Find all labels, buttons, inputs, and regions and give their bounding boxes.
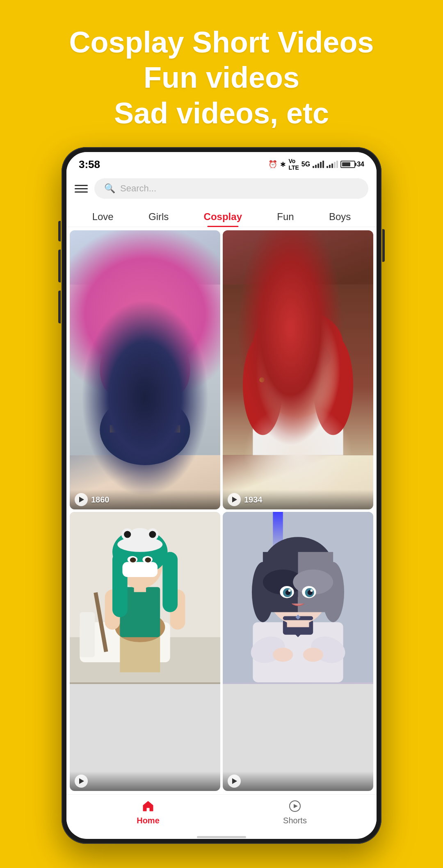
header-title: Cosplay Short Videos Fun videos Sad vide…: [69, 25, 374, 131]
video-thumbnail-3: [70, 512, 220, 684]
svg-rect-47: [80, 612, 95, 657]
svg-point-13: [139, 316, 157, 354]
svg-point-31: [310, 370, 315, 375]
svg-line-36: [294, 366, 296, 368]
svg-rect-17: [253, 405, 343, 455]
svg-rect-58: [122, 562, 158, 577]
svg-point-30: [285, 370, 290, 375]
video-card-1[interactable]: 1860: [70, 230, 220, 509]
search-placeholder: Search...: [120, 183, 156, 194]
video-thumb-svg-4: [223, 512, 373, 682]
silent-button: [58, 291, 61, 323]
svg-point-84: [252, 562, 274, 623]
svg-point-62: [145, 557, 151, 562]
video-overlay-2: 1934: [223, 490, 373, 509]
shorts-label: Shorts: [283, 816, 307, 825]
menu-button[interactable]: [75, 185, 88, 193]
battery-level: 34: [357, 161, 364, 168]
video-grid: 1860: [66, 227, 377, 794]
svg-rect-56: [112, 552, 128, 617]
home-label: Home: [137, 816, 160, 825]
signal-bars-primary: [313, 161, 324, 168]
phone-frame: 3:58 ⏰ ∗ VoLTE 5G: [62, 147, 381, 844]
bluetooth-icon: ∗: [280, 160, 286, 169]
tab-cosplay[interactable]: Cosplay: [197, 207, 249, 227]
video-card-2[interactable]: 1934: [223, 230, 373, 509]
video-card-3[interactable]: [70, 512, 220, 791]
search-icon: 🔍: [104, 183, 115, 194]
volume-down-button: [58, 250, 61, 282]
svg-point-68: [149, 531, 156, 538]
svg-point-7: [100, 345, 130, 395]
svg-point-61: [130, 557, 136, 562]
search-bar[interactable]: 🔍 Search...: [94, 178, 368, 199]
svg-rect-16: [223, 285, 373, 455]
svg-rect-3: [110, 395, 180, 445]
svg-point-8: [160, 345, 190, 395]
tab-love[interactable]: Love: [86, 207, 120, 227]
svg-point-26: [276, 366, 295, 379]
nav-home[interactable]: Home: [123, 800, 173, 825]
svg-line-38: [307, 363, 308, 366]
svg-rect-15: [223, 285, 373, 455]
svg-point-9: [110, 342, 180, 372]
status-time: 3:58: [79, 158, 100, 171]
tab-boys[interactable]: Boys: [322, 207, 357, 227]
play-button-2[interactable]: [228, 493, 241, 506]
video-thumb-svg-3: [70, 512, 220, 682]
view-count-2: 1934: [244, 495, 263, 504]
svg-line-41: [319, 366, 321, 368]
home-icon: [142, 800, 155, 814]
video-overlay-1: 1860: [70, 490, 220, 509]
svg-point-27: [301, 366, 320, 379]
svg-point-25: [295, 345, 331, 370]
status-bar: 3:58 ⏰ ∗ VoLTE 5G: [66, 152, 377, 174]
svg-point-2: [100, 395, 190, 465]
svg-point-23: [313, 335, 353, 435]
bottom-navigation: Home Shorts: [66, 794, 377, 834]
svg-point-78: [303, 648, 323, 662]
svg-point-95: [310, 589, 313, 592]
battery-indicator: 34: [340, 161, 364, 168]
svg-line-39: [311, 362, 311, 365]
status-icons: ⏰ ∗ VoLTE 5G: [268, 158, 364, 171]
svg-point-94: [288, 589, 291, 592]
svg-marker-99: [294, 804, 298, 808]
power-button: [382, 229, 385, 262]
svg-rect-0: [70, 285, 220, 455]
view-count-1: 1860: [91, 495, 110, 504]
play-button-3[interactable]: [75, 775, 88, 788]
play-button-1[interactable]: [75, 493, 88, 506]
svg-rect-19: [288, 385, 308, 410]
svg-line-40: [315, 364, 316, 366]
svg-point-85: [322, 562, 344, 623]
svg-rect-1: [70, 285, 220, 455]
svg-line-35: [290, 364, 292, 366]
video-overlay-4: [223, 771, 373, 791]
svg-point-24: [265, 345, 301, 370]
svg-point-42: [297, 382, 301, 386]
svg-line-32: [278, 365, 281, 367]
svg-rect-57: [162, 552, 178, 612]
svg-line-37: [302, 365, 304, 367]
svg-line-34: [286, 363, 286, 366]
tab-girls[interactable]: Girls: [142, 207, 175, 227]
video-thumb-svg-1: [70, 230, 220, 509]
svg-rect-10: [130, 373, 140, 377]
svg-point-43: [259, 377, 264, 382]
video-overlay-3: [70, 771, 220, 791]
svg-marker-18: [288, 405, 308, 420]
play-button-4[interactable]: [228, 775, 241, 788]
tab-fun[interactable]: Fun: [270, 207, 300, 227]
5g-icon: 5G: [301, 161, 310, 168]
svg-point-6: [105, 322, 185, 377]
shorts-icon: [288, 800, 301, 814]
category-tabs: Love Girls Cosplay Fun Boys: [66, 204, 377, 227]
video-thumb-svg-2: [223, 230, 373, 509]
svg-line-33: [282, 364, 283, 366]
app-header: Cosplay Short Videos Fun videos Sad vide…: [53, 0, 390, 147]
svg-point-20: [260, 332, 336, 418]
video-thumbnail-1: [70, 230, 220, 509]
nav-shorts[interactable]: Shorts: [270, 800, 320, 825]
video-card-4[interactable]: [223, 512, 373, 791]
